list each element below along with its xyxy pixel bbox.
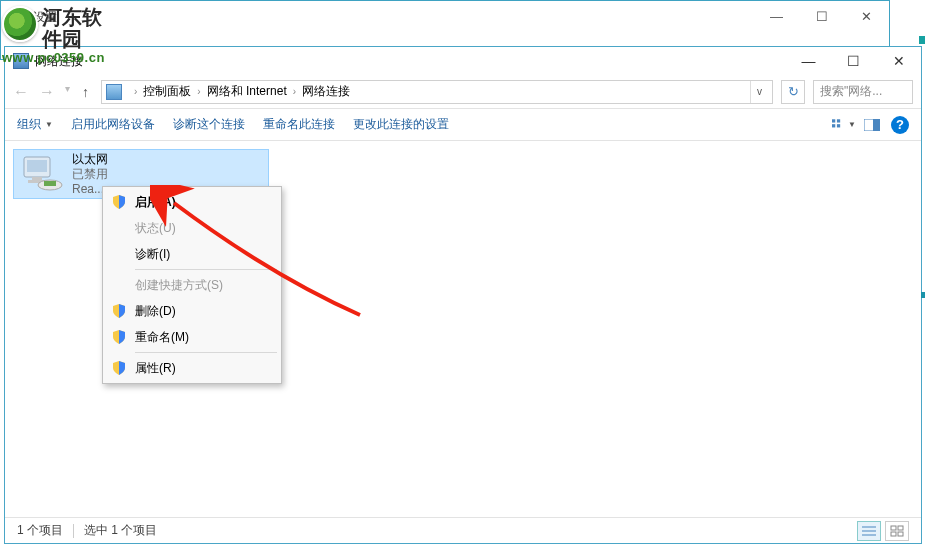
forward-button[interactable]: → [39,83,55,101]
shield-icon [111,194,127,210]
help-icon: ? [891,116,909,134]
adapter-name: 以太网 [72,152,108,167]
help-button[interactable]: ? [887,114,913,136]
details-view-button[interactable] [857,521,881,541]
chevron-down-icon: ▼ [848,120,856,129]
svg-rect-7 [27,160,47,172]
menu-label: 启用(A) [135,194,176,211]
menu-diagnose[interactable]: 诊断(I) [105,241,279,267]
menu-label: 删除(D) [135,303,176,320]
window-title: 网络连接 [35,53,83,70]
address-bar-row: ← → ▾ ↑ › 控制面板 › 网络和 Internet › 网络连接 v ↻… [5,75,921,109]
menu-properties[interactable]: 属性(R) [105,355,279,381]
menu-label: 诊断(I) [135,246,170,263]
preview-pane-button[interactable] [859,114,885,136]
diagnose-button[interactable]: 诊断这个连接 [173,116,245,133]
menu-label: 属性(R) [135,360,176,377]
svg-rect-2 [832,124,835,127]
svg-rect-15 [891,526,896,530]
close-button[interactable]: ✕ [876,47,921,75]
bg-window-title: 设置 [33,9,57,26]
selected-count: 选中 1 个项目 [84,522,157,539]
toolbar: 组织 ▼ 启用此网络设备 诊断这个连接 重命名此连接 更改此连接的设置 ▼ ? [5,109,921,141]
shield-icon [111,329,127,345]
menu-status: 状态(U) [105,215,279,241]
shield-icon [111,303,127,319]
menu-label: 重命名(M) [135,329,189,346]
decorative-strip [919,36,925,44]
bg-close-button[interactable]: ✕ [844,1,889,31]
context-menu: 启用(A) 状态(U) 诊断(I) 创建快捷方式(S) 删除(D) 重命名(M)… [102,186,282,384]
organize-label: 组织 [17,116,41,133]
svg-rect-8 [32,177,42,180]
breadcrumb-item[interactable]: 网络和 Internet [207,83,287,100]
chevron-right-icon: › [293,86,296,97]
rename-button[interactable]: 重命名此连接 [263,116,335,133]
back-chevron-icon[interactable]: ← [9,10,21,24]
separator [73,524,74,538]
organize-menu[interactable]: 组织 ▼ [17,116,53,133]
svg-rect-11 [44,181,56,186]
search-input[interactable]: 搜索"网络... [813,80,913,104]
menu-separator [135,269,277,270]
address-dropdown-icon[interactable]: v [750,81,768,103]
menu-create-shortcut: 创建快捷方式(S) [105,272,279,298]
breadcrumb-item[interactable]: 网络连接 [302,83,350,100]
enable-device-button[interactable]: 启用此网络设备 [71,116,155,133]
menu-delete[interactable]: 删除(D) [105,298,279,324]
svg-rect-5 [873,119,880,131]
ethernet-adapter-icon [20,155,64,193]
decorative-strip [921,292,925,298]
svg-rect-3 [837,124,840,127]
network-connections-icon [13,53,29,69]
item-count: 1 个项目 [17,522,63,539]
bg-maximize-button[interactable]: ☐ [799,1,844,31]
menu-enable[interactable]: 启用(A) [105,189,279,215]
change-settings-button[interactable]: 更改此连接的设置 [353,116,449,133]
back-button[interactable]: ← [13,83,29,101]
chevron-right-icon: › [197,86,200,97]
menu-label: 状态(U) [135,220,176,237]
menu-separator [135,352,277,353]
chevron-down-icon: ▼ [45,120,53,129]
svg-rect-17 [891,532,896,536]
titlebar: 网络连接 — ☐ ✕ [5,47,921,75]
breadcrumb[interactable]: › 控制面板 › 网络和 Internet › 网络连接 v [101,80,773,104]
status-bar: 1 个项目 选中 1 个项目 [5,517,921,543]
chevron-right-icon: › [134,86,137,97]
menu-label: 创建快捷方式(S) [135,277,223,294]
svg-rect-1 [837,119,840,122]
maximize-button[interactable]: ☐ [831,47,876,75]
svg-rect-18 [898,532,903,536]
up-button[interactable]: ↑ [82,84,89,100]
breadcrumb-icon [106,84,122,100]
menu-rename[interactable]: 重命名(M) [105,324,279,350]
breadcrumb-item[interactable]: 控制面板 [143,83,191,100]
adapter-status: 已禁用 [72,167,108,182]
svg-rect-16 [898,526,903,530]
minimize-button[interactable]: — [786,47,831,75]
icons-view-button[interactable] [885,521,909,541]
refresh-button[interactable]: ↻ [781,80,805,104]
history-dropdown-icon[interactable]: ▾ [65,83,70,101]
bg-minimize-button[interactable]: — [754,1,799,31]
shield-icon [111,360,127,376]
svg-rect-0 [832,119,835,122]
view-options-button[interactable]: ▼ [831,114,857,136]
